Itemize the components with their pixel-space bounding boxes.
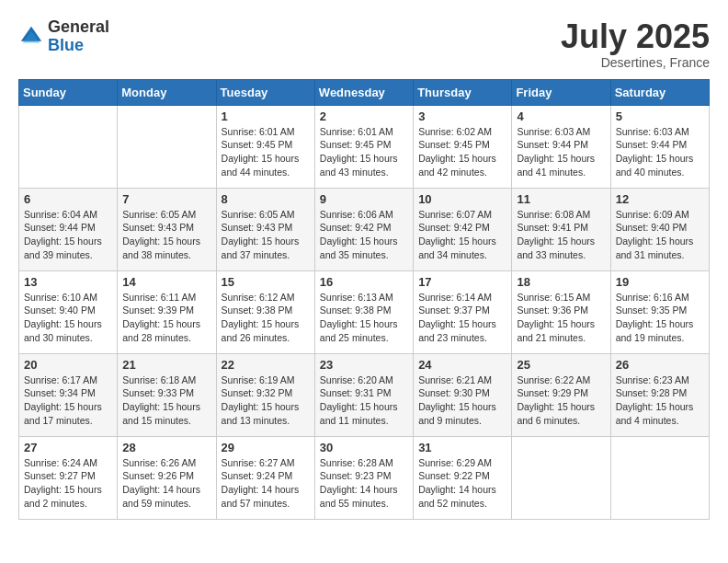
- day-number: 23: [320, 358, 408, 372]
- calendar-cell: 18Sunrise: 6:15 AM Sunset: 9:36 PM Dayli…: [512, 270, 610, 353]
- day-info: Sunrise: 6:26 AM Sunset: 9:26 PM Dayligh…: [122, 456, 210, 511]
- day-number: 30: [320, 441, 408, 454]
- calendar-week-4: 20Sunrise: 6:17 AM Sunset: 9:34 PM Dayli…: [19, 353, 710, 436]
- day-info: Sunrise: 6:15 AM Sunset: 9:36 PM Dayligh…: [517, 291, 605, 345]
- calendar-cell: 2Sunrise: 6:01 AM Sunset: 9:45 PM Daylig…: [314, 105, 413, 188]
- day-number: 6: [24, 192, 112, 206]
- day-info: Sunrise: 6:11 AM Sunset: 9:39 PM Dayligh…: [122, 291, 210, 345]
- day-info: Sunrise: 6:23 AM Sunset: 9:28 PM Dayligh…: [616, 373, 704, 428]
- day-number: 27: [24, 441, 112, 454]
- calendar-week-5: 27Sunrise: 6:24 AM Sunset: 9:27 PM Dayli…: [19, 436, 710, 519]
- day-info: Sunrise: 6:13 AM Sunset: 9:38 PM Dayligh…: [320, 291, 408, 345]
- calendar-cell: [512, 436, 610, 519]
- calendar-cell: 3Sunrise: 6:02 AM Sunset: 9:45 PM Daylig…: [414, 105, 512, 188]
- calendar-cell: 12Sunrise: 6:09 AM Sunset: 9:40 PM Dayli…: [610, 188, 709, 270]
- logo-general-text: General: [48, 18, 109, 37]
- day-number: 12: [616, 192, 704, 206]
- logo-blue-text: Blue: [48, 37, 109, 55]
- day-number: 8: [222, 192, 310, 206]
- day-number: 17: [418, 275, 506, 289]
- day-info: Sunrise: 6:28 AM Sunset: 9:23 PM Dayligh…: [320, 456, 408, 511]
- day-info: Sunrise: 6:24 AM Sunset: 9:27 PM Dayligh…: [24, 456, 112, 511]
- day-number: 28: [122, 441, 210, 454]
- calendar-cell: 23Sunrise: 6:20 AM Sunset: 9:31 PM Dayli…: [314, 353, 413, 436]
- day-number: 19: [616, 275, 704, 289]
- calendar-header-thursday: Thursday: [414, 79, 512, 105]
- calendar-cell: 17Sunrise: 6:14 AM Sunset: 9:37 PM Dayli…: [414, 270, 512, 353]
- calendar-header-monday: Monday: [118, 79, 216, 105]
- calendar-cell: 25Sunrise: 6:22 AM Sunset: 9:29 PM Dayli…: [512, 353, 610, 436]
- calendar-table: SundayMondayTuesdayWednesdayThursdayFrid…: [18, 79, 710, 520]
- calendar-cell: 16Sunrise: 6:13 AM Sunset: 9:38 PM Dayli…: [314, 270, 413, 353]
- day-info: Sunrise: 6:10 AM Sunset: 9:40 PM Dayligh…: [24, 291, 112, 345]
- calendar-cell: 8Sunrise: 6:05 AM Sunset: 9:43 PM Daylig…: [216, 188, 314, 270]
- day-number: 2: [320, 109, 408, 123]
- calendar-cell: 20Sunrise: 6:17 AM Sunset: 9:34 PM Dayli…: [19, 353, 118, 436]
- calendar-cell: 11Sunrise: 6:08 AM Sunset: 9:41 PM Dayli…: [512, 188, 610, 270]
- calendar-header-wednesday: Wednesday: [314, 79, 413, 105]
- day-number: 11: [517, 192, 605, 206]
- location-subtitle: Desertines, France: [561, 55, 710, 70]
- calendar-cell: 19Sunrise: 6:16 AM Sunset: 9:35 PM Dayli…: [610, 270, 709, 353]
- day-info: Sunrise: 6:06 AM Sunset: 9:42 PM Dayligh…: [320, 208, 408, 262]
- day-number: 1: [222, 109, 310, 123]
- day-info: Sunrise: 6:21 AM Sunset: 9:30 PM Dayligh…: [418, 373, 506, 428]
- day-number: 13: [24, 275, 112, 289]
- calendar-cell: 9Sunrise: 6:06 AM Sunset: 9:42 PM Daylig…: [314, 188, 413, 270]
- calendar-cell: [610, 436, 709, 519]
- calendar-cell: [19, 105, 118, 188]
- calendar-cell: 29Sunrise: 6:27 AM Sunset: 9:24 PM Dayli…: [216, 436, 314, 519]
- calendar-header-friday: Friday: [512, 79, 610, 105]
- day-info: Sunrise: 6:05 AM Sunset: 9:43 PM Dayligh…: [222, 208, 310, 262]
- day-number: 18: [517, 275, 605, 289]
- day-info: Sunrise: 6:20 AM Sunset: 9:31 PM Dayligh…: [320, 373, 408, 428]
- calendar-cell: 31Sunrise: 6:29 AM Sunset: 9:22 PM Dayli…: [414, 436, 512, 519]
- day-info: Sunrise: 6:18 AM Sunset: 9:33 PM Dayligh…: [122, 373, 210, 428]
- day-number: 10: [418, 192, 506, 206]
- calendar-cell: 14Sunrise: 6:11 AM Sunset: 9:39 PM Dayli…: [118, 270, 216, 353]
- day-number: 22: [222, 358, 310, 372]
- calendar-cell: 26Sunrise: 6:23 AM Sunset: 9:28 PM Dayli…: [610, 353, 709, 436]
- day-number: 3: [418, 109, 506, 123]
- calendar-week-1: 1Sunrise: 6:01 AM Sunset: 9:45 PM Daylig…: [19, 105, 710, 188]
- calendar-header-row: SundayMondayTuesdayWednesdayThursdayFrid…: [19, 79, 710, 105]
- calendar-week-2: 6Sunrise: 6:04 AM Sunset: 9:44 PM Daylig…: [19, 188, 710, 270]
- day-number: 21: [122, 358, 210, 372]
- day-info: Sunrise: 6:16 AM Sunset: 9:35 PM Dayligh…: [616, 291, 704, 345]
- calendar-cell: 4Sunrise: 6:03 AM Sunset: 9:44 PM Daylig…: [512, 105, 610, 188]
- day-info: Sunrise: 6:22 AM Sunset: 9:29 PM Dayligh…: [517, 373, 605, 428]
- calendar-cell: 22Sunrise: 6:19 AM Sunset: 9:32 PM Dayli…: [216, 353, 314, 436]
- day-info: Sunrise: 6:01 AM Sunset: 9:45 PM Dayligh…: [320, 125, 408, 179]
- calendar-cell: 13Sunrise: 6:10 AM Sunset: 9:40 PM Dayli…: [19, 270, 118, 353]
- day-number: 7: [122, 192, 210, 206]
- day-info: Sunrise: 6:12 AM Sunset: 9:38 PM Dayligh…: [222, 291, 310, 345]
- calendar-cell: 27Sunrise: 6:24 AM Sunset: 9:27 PM Dayli…: [19, 436, 118, 519]
- day-info: Sunrise: 6:05 AM Sunset: 9:43 PM Dayligh…: [122, 208, 210, 262]
- day-info: Sunrise: 6:01 AM Sunset: 9:45 PM Dayligh…: [222, 125, 310, 179]
- day-number: 20: [24, 358, 112, 372]
- day-number: 26: [616, 358, 704, 372]
- day-info: Sunrise: 6:14 AM Sunset: 9:37 PM Dayligh…: [418, 291, 506, 345]
- calendar-cell: [118, 105, 216, 188]
- calendar-header-saturday: Saturday: [610, 79, 709, 105]
- day-number: 29: [222, 441, 310, 454]
- day-number: 4: [517, 109, 605, 123]
- logo: General Blue: [18, 18, 109, 55]
- day-info: Sunrise: 6:08 AM Sunset: 9:41 PM Dayligh…: [517, 208, 605, 262]
- month-title: July 2025: [561, 18, 710, 55]
- day-info: Sunrise: 6:17 AM Sunset: 9:34 PM Dayligh…: [24, 373, 112, 428]
- calendar-header-sunday: Sunday: [19, 79, 118, 105]
- day-number: 16: [320, 275, 408, 289]
- day-info: Sunrise: 6:19 AM Sunset: 9:32 PM Dayligh…: [222, 373, 310, 428]
- calendar-cell: 28Sunrise: 6:26 AM Sunset: 9:26 PM Dayli…: [118, 436, 216, 519]
- day-info: Sunrise: 6:03 AM Sunset: 9:44 PM Dayligh…: [517, 125, 605, 179]
- page-header: General Blue July 2025 Desertines, Franc…: [18, 18, 710, 70]
- day-number: 15: [222, 275, 310, 289]
- day-number: 24: [418, 358, 506, 372]
- calendar-cell: 5Sunrise: 6:03 AM Sunset: 9:44 PM Daylig…: [610, 105, 709, 188]
- calendar-cell: 15Sunrise: 6:12 AM Sunset: 9:38 PM Dayli…: [216, 270, 314, 353]
- calendar-cell: 30Sunrise: 6:28 AM Sunset: 9:23 PM Dayli…: [314, 436, 413, 519]
- day-number: 25: [517, 358, 605, 372]
- day-info: Sunrise: 6:03 AM Sunset: 9:44 PM Dayligh…: [616, 125, 704, 179]
- calendar-cell: 6Sunrise: 6:04 AM Sunset: 9:44 PM Daylig…: [19, 188, 118, 270]
